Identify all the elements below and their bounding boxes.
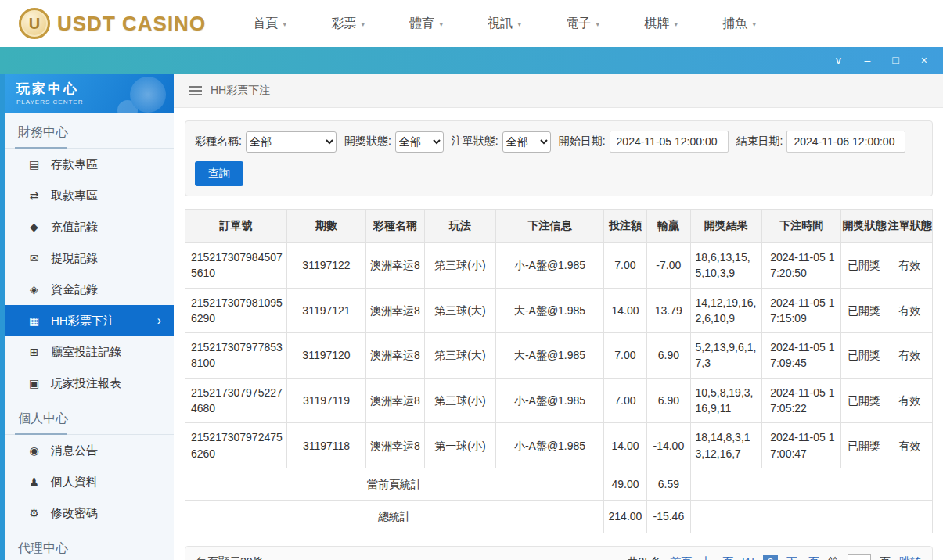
minimize-icon[interactable]: – (865, 55, 871, 66)
table-cell: 澳洲幸运8 (366, 243, 424, 289)
funds-record-icon: ◈ (27, 283, 41, 296)
sidebar-item-label: 提現記錄 (51, 251, 98, 266)
pagination-controls: 共25条 首页 上一页 [1] 2 下一页 第 页 跳转 (628, 554, 921, 560)
withdraw-icon: ⇄ (27, 189, 41, 202)
sidebar-item-label: 消息公告 (51, 443, 98, 458)
summary-winloss-total: -15.46 (647, 501, 690, 533)
nav-item[interactable]: 視訊▾ (488, 16, 521, 32)
collapse-icon[interactable]: ∨ (834, 55, 842, 66)
sidebar-item-hall-bet-record[interactable]: ⊞廳室投註記錄 (5, 336, 174, 368)
lottery-name-filter: 彩種名稱: 全部 (195, 131, 337, 153)
table-cell: 31197121 (286, 288, 365, 333)
summary-empty-cell (690, 501, 932, 533)
header-row: 訂單號期數彩種名稱玩法下注信息投注額輸贏開獎結果下注時間開獎狀態注單狀態 (185, 210, 933, 243)
table-cell: 小-A盤@1.985 (496, 243, 604, 289)
column-header: 彩種名稱 (366, 210, 424, 243)
nav-item[interactable]: 彩票▾ (331, 16, 365, 32)
table-cell: 14.00 (603, 288, 646, 333)
start-date-filter: 開始日期: (559, 131, 729, 153)
sidebar-item-label: 取款專區 (51, 188, 98, 203)
first-page-link[interactable]: 首页 (670, 555, 692, 560)
sidebar-item-deposit[interactable]: ▤存款專區 (5, 149, 174, 180)
lottery-bet-icon: ▦ (27, 314, 41, 327)
nav-item-label: 彩票 (331, 16, 356, 32)
sidebar-item-password[interactable]: ⚙修改密碼 (5, 497, 174, 529)
end-date-input[interactable] (786, 131, 905, 153)
chevron-down-icon: ▾ (596, 20, 599, 28)
sidebar-item-label: 廳室投註記錄 (51, 345, 121, 360)
column-header: 玩法 (424, 210, 496, 243)
top-nav: 首頁▾彩票▾體育▾視訊▾電子▾棋牌▾捕魚▾ (253, 16, 756, 32)
sidebar-item-withdraw[interactable]: ⇄取款專區 (5, 180, 174, 211)
jump-button[interactable]: 跳转 (899, 555, 921, 560)
table-cell: 7.00 (603, 333, 646, 379)
sidebar-item-profile[interactable]: ♟個人資料 (5, 466, 174, 497)
table-cell: 18,14,8,3,13,12,16,7 (690, 423, 762, 468)
chevron-down-icon: ▾ (752, 20, 756, 28)
sidebar-section-title: 代理中心 (5, 529, 174, 560)
logo-coin-icon: U (19, 8, 50, 39)
sidebar-item-notice[interactable]: ◉消息公告 (5, 435, 174, 466)
sidebar-item-recharge-record[interactable]: ◆充值記錄 (5, 211, 174, 242)
maximize-icon[interactable]: □ (892, 55, 898, 66)
sidebar-item-funds-record[interactable]: ◈資金記錄 (5, 274, 174, 305)
table-cell: 5,2,13,9,6,1,7,3 (690, 333, 762, 379)
sidebar-item-label: 資金記錄 (51, 282, 98, 297)
sidebar-item-label: HH彩票下注 (51, 314, 115, 328)
close-icon[interactable]: × (921, 55, 927, 66)
table-cell: 第三球(小) (424, 243, 496, 289)
sidebar-item-label: 存款專區 (51, 157, 98, 172)
table-cell: 13.79 (647, 288, 690, 333)
logo[interactable]: U USDT CASINO (19, 8, 206, 39)
summary-row: 當前頁統計49.006.59 (185, 468, 933, 500)
sidebar-item-cashout-record[interactable]: ✉提現記錄 (5, 242, 174, 274)
table-cell: 2152173079810956290 (185, 288, 287, 333)
table-cell: 有效 (887, 423, 932, 468)
filter-panel: 彩種名稱: 全部 開獎狀態: 全部 注單狀態: (185, 120, 933, 196)
app-window: U USDT CASINO 首頁▾彩票▾體育▾視訊▾電子▾棋牌▾捕魚▾ ∨–□×… (0, 0, 943, 560)
window-controls: ∨–□× (834, 55, 927, 66)
table-cell: 澳洲幸运8 (366, 288, 424, 333)
table-cell: 第三球(大) (424, 288, 496, 333)
order-status-filter: 注單狀態: 全部 (452, 131, 551, 153)
order-status-label: 注單狀態: (452, 135, 498, 149)
sidebar-item-lottery-bet[interactable]: ▦HH彩票下注› (5, 305, 174, 336)
draw-status-select[interactable]: 全部 (395, 131, 444, 153)
sidebar-item-label: 玩家投注報表 (51, 376, 121, 391)
jump-page-input[interactable] (848, 554, 871, 560)
profile-icon: ♟ (27, 476, 41, 488)
table-row: 215217307984507561031197122澳洲幸运8第三球(小)小-… (185, 243, 933, 289)
menu-toggle-icon[interactable] (189, 86, 202, 95)
banner-decoration (130, 77, 166, 113)
nav-item[interactable]: 電子▾ (566, 16, 599, 32)
sidebar-section-title: 財務中心 (5, 113, 174, 149)
chevron-down-icon: ▾ (361, 20, 365, 28)
order-status-select[interactable]: 全部 (502, 131, 551, 153)
bets-table-head: 訂單號期數彩種名稱玩法下注信息投注額輸贏開獎結果下注時間開獎狀態注單狀態 (185, 210, 933, 243)
nav-item[interactable]: 棋牌▾ (644, 16, 678, 32)
nav-item-label: 首頁 (253, 16, 278, 32)
table-cell: 2152173079752274680 (185, 378, 287, 423)
start-date-input[interactable] (610, 131, 729, 153)
table-cell: 10,5,8,19,3,16,9,11 (690, 378, 762, 423)
nav-item[interactable]: 首頁▾ (253, 16, 286, 32)
bets-table: 訂單號期數彩種名稱玩法下注信息投注額輸贏開獎結果下注時間開獎狀態注單狀態 215… (185, 209, 933, 533)
sidebar-item-player-bet-report[interactable]: ▣玩家投注報表 (5, 368, 174, 399)
lottery-name-select[interactable]: 全部 (246, 131, 337, 153)
nav-item[interactable]: 體育▾ (409, 16, 443, 32)
summary-label: 總統計 (185, 501, 604, 533)
prev-page-link[interactable]: 上一页 (700, 555, 733, 560)
chevron-down-icon: ▾ (674, 20, 678, 28)
current-page-indicator: 2 (763, 555, 778, 560)
summary-label: 當前頁統計 (185, 468, 604, 500)
nav-item-label: 體育 (409, 16, 434, 32)
player-bet-report-icon: ▣ (27, 377, 41, 389)
table-cell: 澳洲幸运8 (366, 378, 424, 423)
table-cell: 有效 (887, 243, 932, 289)
search-button[interactable]: 查詢 (195, 161, 243, 186)
table-cell: 14.00 (603, 423, 646, 468)
next-page-link[interactable]: 下一页 (786, 555, 819, 560)
nav-item[interactable]: 捕魚▾ (722, 16, 756, 32)
table-cell: 第三球(小) (424, 378, 496, 423)
page-1-link[interactable]: [1] (742, 556, 754, 560)
